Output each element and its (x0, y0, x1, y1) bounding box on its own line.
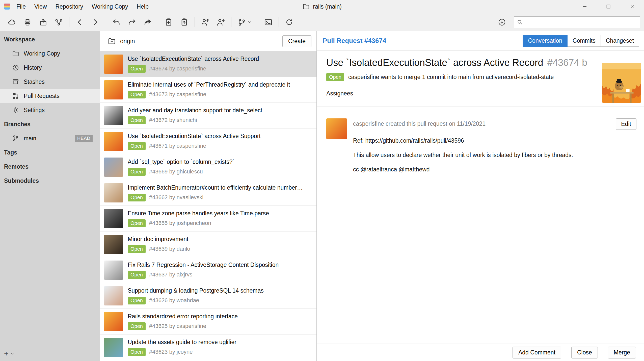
merge-summary-row: Open casperisfine wants to merge 1 commi… (326, 73, 594, 81)
pr-item-title: Add year and day translation support for… (128, 107, 262, 114)
sidebar-item-settings[interactable]: Settings (0, 103, 100, 117)
pull-request-list-item[interactable]: Minor doc improvement Open #43639 by dan… (100, 231, 316, 257)
toolbar-separator (106, 17, 106, 27)
back-icon[interactable] (72, 15, 88, 29)
author-avatar (104, 183, 123, 202)
pull-request-list-item[interactable]: Eliminate internal uses of `PerThreadReg… (100, 77, 316, 103)
sidebar-item-pull-requests[interactable]: Pull Requests (0, 89, 100, 103)
comment-line: cc @rafaelfranca @matthewd (353, 166, 636, 173)
author-avatar (104, 132, 123, 151)
reply-arrow-icon[interactable] (109, 15, 124, 29)
pr-item-body: Fix Rails 7 Regression - ActiveStorage C… (128, 262, 279, 279)
assignees-label: Assignees (326, 90, 353, 97)
sidebar-item-label: History (24, 64, 42, 71)
sidebar-item-stashes[interactable]: Stashes (0, 75, 100, 89)
export-box-icon[interactable] (35, 15, 51, 29)
remote-name: origin (120, 38, 135, 45)
sidebar-item-label: Pull Requests (24, 93, 60, 99)
share-arrow-icon[interactable] (124, 15, 140, 29)
app-icon (4, 3, 11, 10)
detail-header: Pull Request #43674 Conversation Commits… (317, 31, 644, 50)
status-badge: Open (128, 271, 146, 279)
pull-request-list-item[interactable]: Update the assets guide to remove uglifi… (100, 334, 316, 360)
comment: casperisfine created this pull request o… (317, 107, 644, 183)
maximize-button[interactable] (597, 0, 620, 13)
window-title: rails (main) (302, 3, 342, 10)
tab-commits[interactable]: Commits (567, 35, 601, 47)
forward-icon[interactable] (88, 15, 103, 29)
menu-item-working-copy[interactable]: Working Copy (87, 0, 132, 13)
pull-request-list-item[interactable]: Add `sql_type` option to `column_exists?… (100, 154, 316, 180)
sidebar-section-tags[interactable]: Tags (0, 145, 100, 160)
sidebar-item-working-copy[interactable]: Working Copy (0, 46, 100, 61)
head-badge: HEAD (75, 135, 93, 142)
merge-button[interactable]: Merge (608, 347, 636, 358)
detail-title-link[interactable]: Pull Request #43674 (323, 37, 386, 45)
detail-footer: Add Comment Close Merge (317, 344, 644, 361)
window-title-text: rails (main) (313, 3, 342, 10)
pull-request-list-item[interactable]: Use `IsolatedExecutionState` across Acti… (100, 128, 316, 154)
search-input[interactable] (526, 19, 637, 25)
refresh-icon[interactable] (281, 15, 297, 29)
app-window: File View Repository Working Copy Help r… (0, 0, 644, 361)
sidebar-item-history[interactable]: History (0, 61, 100, 75)
sidebar-item-branch-main[interactable]: main HEAD (0, 131, 100, 145)
status-badge: Open (128, 65, 146, 73)
stash-pop-icon[interactable] (176, 15, 192, 29)
push-arrow-icon[interactable] (140, 15, 155, 29)
pr-item-meta: #43637 by alxjrvs (149, 271, 192, 278)
status-badge: Open (128, 142, 146, 150)
pr-item-title: Update the assets guide to remove uglifi… (128, 339, 236, 346)
commit-graph-icon[interactable] (51, 15, 67, 29)
pr-item-title: Ensure Time.zone.parse handles years lik… (128, 210, 269, 217)
minimize-button[interactable] (573, 0, 597, 13)
terminal-icon[interactable] (260, 15, 276, 29)
pull-request-list-item[interactable]: Fix Rails 7 Regression - ActiveStorage C… (100, 257, 316, 283)
author-avatar (104, 106, 123, 125)
cloud-icon[interactable] (4, 15, 20, 29)
comment-meta: casperisfine created this pull request o… (353, 118, 486, 127)
person-up-icon[interactable] (197, 15, 213, 29)
menu-item-view[interactable]: View (30, 0, 51, 13)
pr-item-body: Update the assets guide to remove uglifi… (128, 339, 236, 356)
sidebar-section-workspace[interactable]: Workspace (0, 32, 100, 46)
add-repository-button[interactable]: + (4, 349, 14, 358)
branch-name: main (24, 135, 36, 142)
detail-tabs: Conversation Commits Changeset (523, 35, 639, 47)
menu-item-repository[interactable]: Repository (51, 0, 88, 13)
branch-menu-icon[interactable] (234, 15, 255, 29)
edit-button[interactable]: Edit (616, 118, 636, 130)
pr-item-title: Add `sql_type` option to `column_exists?… (128, 159, 234, 165)
pr-item-meta: #43639 by danlo (149, 246, 190, 252)
pr-item-title: Implement BatchEnumerator#count to effic… (128, 184, 303, 191)
pr-item-meta: #43662 by nvasilevski (149, 194, 203, 201)
printer-icon[interactable] (20, 15, 35, 29)
pull-request-list-item[interactable]: Add year and day translation support for… (100, 103, 316, 128)
stash-apply-icon[interactable] (161, 15, 176, 29)
pull-request-list-item[interactable]: Use `IsolatedExecutionState` across Acti… (100, 51, 316, 77)
pull-request-list-item[interactable]: Support dumping & loading PostgreSQL 14 … (100, 283, 316, 309)
pull-request-list-item[interactable]: Ensure Time.zone.parse handles years lik… (100, 206, 316, 231)
comment-line: This allow users to declare wether their… (353, 152, 636, 159)
search-box (514, 16, 640, 28)
sidebar-section-submodules[interactable]: Submodules (0, 174, 100, 188)
tab-conversation[interactable]: Conversation (523, 35, 568, 47)
menu-item-file[interactable]: File (12, 0, 30, 13)
comment-line: Ref: https://github.com/rails/rails/pull… (353, 137, 636, 144)
close-pr-button[interactable]: Close (571, 347, 598, 358)
add-comment-button[interactable]: Add Comment (513, 347, 561, 358)
updates-icon[interactable] (494, 15, 510, 29)
plus-icon: + (4, 349, 9, 358)
close-button[interactable] (620, 0, 644, 13)
pr-title: Use `IsolatedExecutionState` across Acti… (326, 57, 594, 68)
tab-changeset[interactable]: Changeset (601, 35, 639, 47)
sidebar-section-remotes[interactable]: Remotes (0, 160, 100, 174)
author-avatar (104, 80, 123, 99)
create-button[interactable]: Create (282, 35, 311, 47)
pull-request-list-item[interactable]: Rails standardized error reporting inter… (100, 309, 316, 334)
pr-item-meta: #43669 by ghiculescu (149, 168, 203, 175)
menu-item-help[interactable]: Help (132, 0, 153, 13)
person-down-icon[interactable] (213, 15, 229, 29)
sidebar-section-branches[interactable]: Branches (0, 117, 100, 131)
pull-request-list-item[interactable]: Implement BatchEnumerator#count to effic… (100, 180, 316, 206)
